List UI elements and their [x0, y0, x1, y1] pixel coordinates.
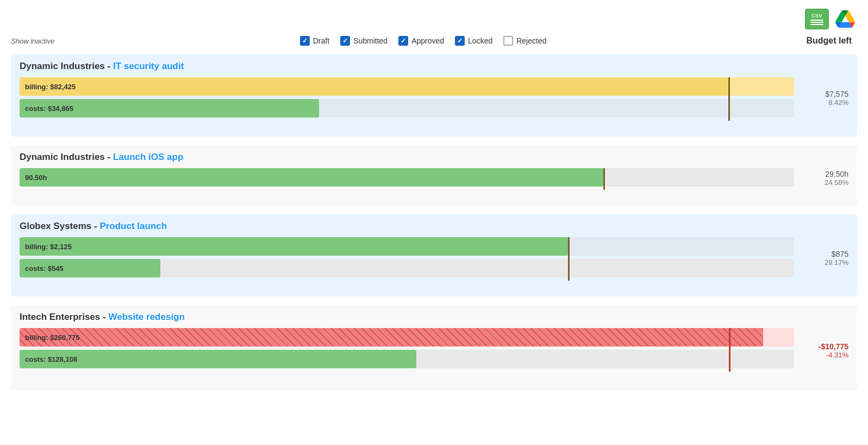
stat-pct-p3: 29.17%: [825, 258, 848, 267]
project-name[interactable]: IT security audit: [113, 61, 184, 71]
stat-value-p4: -$10,775: [819, 342, 848, 351]
project-client: Dynamic Industries: [20, 152, 105, 162]
rejected-checkbox[interactable]: [503, 36, 513, 46]
filter-draft[interactable]: Draft: [300, 36, 329, 46]
submitted-label: Submitted: [353, 36, 388, 45]
bar-label-hours: 90.50h: [25, 174, 47, 182]
stats-section-p1: $7,5758.42%: [794, 77, 848, 130]
budget-label-row-p3: $3,000: [20, 281, 794, 290]
bar-label-costs: costs: $34,865: [25, 104, 73, 113]
rejected-label: Rejected: [516, 36, 546, 45]
csv-lines-icon: [810, 20, 823, 25]
page: CSV Show inactive: [0, 0, 868, 445]
project-title-p1: Dynamic Industries - IT security audit: [20, 61, 848, 72]
google-drive-button[interactable]: [833, 9, 857, 29]
bar-fill-billing: billing: $2,125: [20, 237, 568, 256]
approved-checkbox[interactable]: [398, 36, 408, 46]
filters-row: Show inactive Draft Submitted Approved L…: [11, 36, 857, 46]
budget-label-row-p4: $250,000: [20, 372, 794, 384]
filter-approved[interactable]: Approved: [398, 36, 444, 46]
bar-track-costs: costs: $545: [20, 259, 794, 277]
stat-value-p3: $875: [832, 250, 848, 258]
bar-track-hours: 90.50h: [20, 168, 794, 187]
bar-row-hours: 90.50h: [20, 168, 794, 187]
stats-section-p3: $87529.17%: [794, 237, 848, 290]
project-card-p3: Globex Systems - Product launchbilling: …: [11, 214, 857, 296]
bar-label-costs: costs: $128,108: [25, 355, 77, 363]
bars-stats-p4: billing: $260,775costs: $128,108$250,000…: [20, 328, 848, 384]
project-title-p2: Dynamic Industries - Launch iOS app: [20, 152, 848, 163]
bar-row-costs: costs: $34,865: [20, 99, 794, 118]
bar-track-billing: billing: $2,125: [20, 237, 794, 256]
bars-stats-p1: billing: $82,425costs: $34,865$90,000$7,…: [20, 77, 848, 130]
bars-section-p1: billing: $82,425costs: $34,865$90,000: [20, 77, 794, 130]
bar-track-billing: billing: $260,775: [20, 328, 794, 347]
stat-value-p1: $7,575: [825, 90, 848, 98]
approved-label: Approved: [411, 36, 444, 45]
project-name[interactable]: Website redesign: [108, 312, 184, 322]
bar-fill-costs: costs: $545: [20, 259, 160, 277]
budget-marker-p4: [729, 328, 730, 372]
bars-section-p3: billing: $2,125costs: $545$3,000: [20, 237, 794, 290]
bar-track-costs: costs: $34,865: [20, 99, 794, 118]
stats-section-p2: 29.50h24.58%: [794, 168, 848, 199]
bar-label-billing: billing: $260,775: [25, 333, 79, 342]
stat-pct-p1: 8.42%: [828, 98, 848, 107]
project-card-p2: Dynamic Industries - Launch iOS app90.50…: [11, 145, 857, 206]
project-separator: -: [100, 312, 108, 322]
project-client: Globex Systems: [20, 221, 91, 231]
draft-checkbox[interactable]: [300, 36, 310, 46]
budget-marker-p3: [568, 237, 570, 281]
bars-section-p2: 90.50h120.00h: [20, 168, 794, 199]
project-separator: -: [105, 61, 113, 71]
bar-label-costs: costs: $545: [25, 264, 64, 273]
bars-section-p4: billing: $260,775costs: $128,108$250,000: [20, 328, 794, 384]
show-inactive-label: Show inactive: [11, 37, 54, 45]
project-client: Intech Enterprises: [20, 312, 100, 322]
project-client: Dynamic Industries: [20, 61, 105, 71]
budget-label-row-p1: $90,000: [20, 121, 794, 130]
stat-value-p2: 29.50h: [825, 170, 848, 178]
project-name[interactable]: Launch iOS app: [113, 152, 183, 162]
locked-label: Locked: [468, 36, 492, 45]
bar-track-billing: billing: $82,425: [20, 77, 794, 96]
filter-submitted[interactable]: Submitted: [340, 36, 388, 46]
project-separator: -: [105, 152, 113, 162]
bar-row-billing: billing: $260,775: [20, 328, 794, 347]
bar-fill-costs: costs: $34,865: [20, 99, 319, 118]
bar-fill-costs: costs: $128,108: [20, 350, 416, 368]
bar-row-billing: billing: $2,125: [20, 237, 794, 256]
draft-label: Draft: [313, 36, 329, 45]
budget-marker-p1: [728, 77, 730, 121]
budget-label-row-p2: 120.00h: [20, 190, 794, 199]
bars-stats-p2: 90.50h120.00h29.50h24.58%: [20, 168, 848, 199]
bar-row-costs: costs: $545: [20, 259, 794, 277]
project-card-p4: Intech Enterprises - Website redesignbil…: [11, 305, 857, 391]
filter-rejected[interactable]: Rejected: [503, 36, 546, 46]
projects-list: Dynamic Industries - IT security auditbi…: [11, 54, 857, 391]
project-separator: -: [91, 221, 99, 231]
project-title-p4: Intech Enterprises - Website redesign: [20, 312, 848, 323]
toolbar-icons: CSV: [805, 9, 857, 29]
filter-locked[interactable]: Locked: [455, 36, 492, 46]
filter-checkboxes: Draft Submitted Approved Locked Rejected: [67, 36, 779, 46]
toolbar: CSV: [11, 9, 857, 29]
bar-row-billing: billing: $82,425: [20, 77, 794, 96]
stats-section-p4: -$10,775-4.31%: [794, 328, 848, 384]
submitted-checkbox[interactable]: [340, 36, 350, 46]
stat-pct-p2: 24.58%: [825, 178, 848, 187]
csv-export-button[interactable]: CSV: [805, 9, 829, 29]
bar-fill-billing: billing: $82,425: [20, 77, 728, 96]
bar-label-billing: billing: $82,425: [25, 83, 76, 91]
project-title-p3: Globex Systems - Product launch: [20, 221, 848, 232]
project-name[interactable]: Product launch: [99, 221, 167, 231]
bar-row-costs: costs: $128,108: [20, 350, 794, 368]
budget-marker-p2: [603, 168, 605, 190]
csv-label: CSV: [811, 13, 822, 18]
bar-label-billing: billing: $2,125: [25, 243, 72, 251]
bars-stats-p3: billing: $2,125costs: $545$3,000$87529.1…: [20, 237, 848, 290]
bar-track-costs: costs: $128,108: [20, 350, 794, 368]
project-card-p1: Dynamic Industries - IT security auditbi…: [11, 54, 857, 137]
locked-checkbox[interactable]: [455, 36, 465, 46]
bar-fill-hours: 90.50h: [20, 168, 603, 187]
